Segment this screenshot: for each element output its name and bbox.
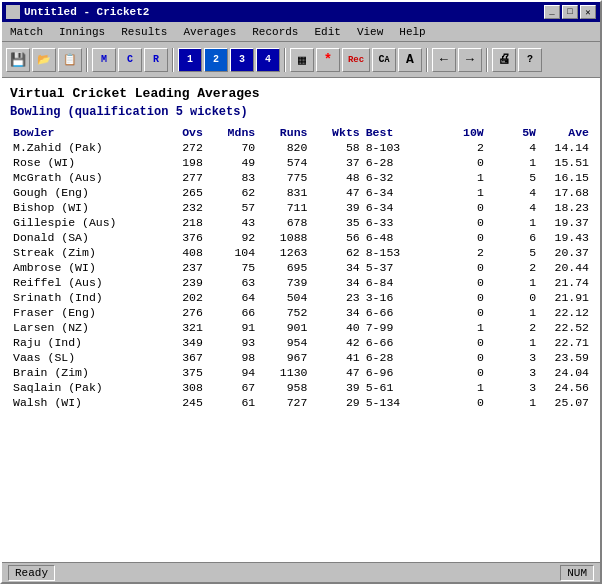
menu-edit[interactable]: Edit [310,25,344,39]
cell-6-4: 56 [310,230,362,245]
toolbar-back-btn[interactable]: ← [432,48,456,72]
cell-1-6: 0 [435,155,487,170]
table-row: Walsh (WI)24561727295-1340125.07 [10,395,592,410]
menu-innings[interactable]: Innings [55,25,109,39]
toolbar-r-btn[interactable]: R [144,48,168,72]
cell-13-1: 349 [154,335,206,350]
cell-11-7: 1 [487,305,539,320]
cell-11-0: Fraser (Eng) [10,305,154,320]
toolbar-star-btn[interactable]: * [316,48,340,72]
cell-0-8: 14.14 [539,140,592,155]
cell-4-8: 18.23 [539,200,592,215]
toolbar-3-btn[interactable]: 3 [230,48,254,72]
cell-11-8: 22.12 [539,305,592,320]
toolbar-forward-btn[interactable]: → [458,48,482,72]
cell-7-1: 408 [154,245,206,260]
toolbar-open-btn[interactable]: 📂 [32,48,56,72]
menu-help[interactable]: Help [395,25,429,39]
cell-4-4: 39 [310,200,362,215]
cell-5-0: Gillespie (Aus) [10,215,154,230]
cell-10-5: 3-16 [363,290,435,305]
cell-15-1: 375 [154,365,206,380]
toolbar-help-btn[interactable]: ? [518,48,542,72]
menu-match[interactable]: Match [6,25,47,39]
table-header-row: Bowler Ovs Mdns Runs Wkts Best 10W 5W Av… [10,125,592,140]
cell-12-3: 901 [258,320,310,335]
toolbar-a-btn[interactable]: A [398,48,422,72]
cell-17-2: 61 [206,395,258,410]
toolbar-ca-btn[interactable]: CA [372,48,396,72]
cell-6-3: 1088 [258,230,310,245]
minimize-button[interactable]: _ [544,5,560,19]
cell-10-6: 0 [435,290,487,305]
cell-17-4: 29 [310,395,362,410]
cell-2-5: 6-32 [363,170,435,185]
cell-0-2: 70 [206,140,258,155]
table-row: Donald (SA)376921088566-480619.43 [10,230,592,245]
cell-5-3: 678 [258,215,310,230]
cell-5-1: 218 [154,215,206,230]
cell-8-7: 2 [487,260,539,275]
cell-5-2: 43 [206,215,258,230]
cell-13-7: 1 [487,335,539,350]
col-header-10w: 10W [435,125,487,140]
cell-14-4: 41 [310,350,362,365]
cell-13-2: 93 [206,335,258,350]
toolbar-2-btn[interactable]: 2 [204,48,228,72]
col-header-best: Best [363,125,435,140]
toolbar-save-btn[interactable]: 💾 [6,48,30,72]
toolbar-copy-btn[interactable]: 📋 [58,48,82,72]
toolbar-scorecard-btn[interactable]: ▦ [290,48,314,72]
close-button[interactable]: ✕ [580,5,596,19]
cell-7-4: 62 [310,245,362,260]
cell-3-7: 4 [487,185,539,200]
title-bar: Untitled - Cricket2 _ □ ✕ [2,2,600,22]
cell-9-7: 1 [487,275,539,290]
cell-8-5: 5-37 [363,260,435,275]
cell-12-0: Larsen (NZ) [10,320,154,335]
cell-9-0: Reiffel (Aus) [10,275,154,290]
cell-7-5: 8-153 [363,245,435,260]
cell-6-0: Donald (SA) [10,230,154,245]
cell-17-8: 25.07 [539,395,592,410]
table-row: Saqlain (Pak)30867958395-611324.56 [10,380,592,395]
cell-3-2: 62 [206,185,258,200]
toolbar-print-btn[interactable]: 🖨 [492,48,516,72]
menu-results[interactable]: Results [117,25,171,39]
cell-14-0: Vaas (SL) [10,350,154,365]
cell-3-5: 6-34 [363,185,435,200]
table-row: Gough (Eng)26562831476-341417.68 [10,185,592,200]
cell-4-5: 6-34 [363,200,435,215]
cell-4-2: 57 [206,200,258,215]
cell-15-4: 47 [310,365,362,380]
table-row: Reiffel (Aus)23963739346-840121.74 [10,275,592,290]
menu-view[interactable]: View [353,25,387,39]
bowling-table: Bowler Ovs Mdns Runs Wkts Best 10W 5W Av… [10,125,592,410]
cell-4-0: Bishop (WI) [10,200,154,215]
cell-5-8: 19.37 [539,215,592,230]
menu-records[interactable]: Records [248,25,302,39]
cell-17-5: 5-134 [363,395,435,410]
cell-15-2: 94 [206,365,258,380]
toolbar-rec-btn[interactable]: Rec [342,48,370,72]
menu-averages[interactable]: Averages [179,25,240,39]
cell-2-6: 1 [435,170,487,185]
col-header-runs: Runs [258,125,310,140]
cell-8-2: 75 [206,260,258,275]
toolbar-4-btn[interactable]: 4 [256,48,280,72]
toolbar-m-btn[interactable]: M [92,48,116,72]
cell-17-3: 727 [258,395,310,410]
toolbar-c-btn[interactable]: C [118,48,142,72]
cell-1-4: 37 [310,155,362,170]
cell-17-1: 245 [154,395,206,410]
cell-16-1: 308 [154,380,206,395]
cell-0-6: 2 [435,140,487,155]
toolbar-1-btn[interactable]: 1 [178,48,202,72]
cell-2-8: 16.15 [539,170,592,185]
cell-7-7: 5 [487,245,539,260]
cell-8-8: 20.44 [539,260,592,275]
toolbar: 💾 📂 📋 M C R 1 2 3 4 ▦ * Rec CA A ← → 🖨 ? [2,42,600,78]
cell-2-2: 83 [206,170,258,185]
maximize-button[interactable]: □ [562,5,578,19]
cell-16-0: Saqlain (Pak) [10,380,154,395]
